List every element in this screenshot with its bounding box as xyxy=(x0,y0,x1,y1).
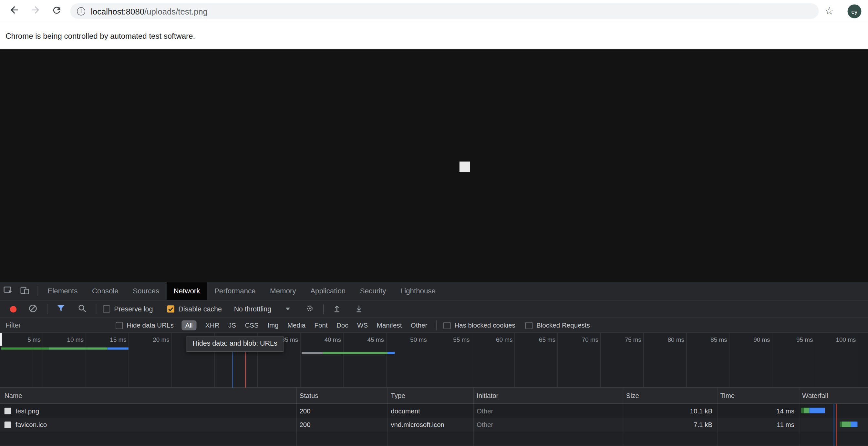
request-name: favicon.ico xyxy=(16,421,47,428)
page-info-icon[interactable]: i xyxy=(77,7,85,15)
network-conditions-button[interactable] xyxy=(301,302,318,316)
record-network-log-button[interactable] xyxy=(10,306,17,312)
profile-avatar[interactable]: cy xyxy=(848,4,862,19)
type-filter-doc[interactable]: Doc xyxy=(337,321,348,329)
devtools-tabbar: Elements Console Sources Network Perform… xyxy=(0,282,868,300)
type-filter-css[interactable]: CSS xyxy=(245,321,258,329)
column-header-waterfall[interactable]: Waterfall xyxy=(799,388,868,404)
blocked-requests-label[interactable]: Blocked Requests xyxy=(536,321,590,329)
divider xyxy=(48,304,48,314)
divider xyxy=(436,320,437,330)
column-header-time[interactable]: Time xyxy=(717,392,799,400)
waterfall-bar-connecting xyxy=(801,408,804,413)
column-separator[interactable] xyxy=(799,388,800,446)
arrow-forward-icon xyxy=(30,4,41,18)
screen: i localhost:8080/uploads/test.png ☆ cy C… xyxy=(0,0,868,446)
column-header-name[interactable]: Name xyxy=(0,392,296,400)
type-filter-xhr[interactable]: XHR xyxy=(206,321,219,329)
preserve-log-label[interactable]: Preserve log xyxy=(114,305,153,313)
type-filter-media[interactable]: Media xyxy=(287,321,306,329)
tab-performance[interactable]: Performance xyxy=(207,282,263,300)
search-button[interactable] xyxy=(73,302,90,316)
divider xyxy=(96,304,97,314)
timeline-tick-label: 50 ms xyxy=(388,336,427,343)
device-toolbar-icon xyxy=(20,285,30,297)
overview-bar-request1-connecting xyxy=(1,348,49,350)
search-icon xyxy=(77,304,87,314)
tab-memory[interactable]: Memory xyxy=(263,282,303,300)
address-bar[interactable]: i localhost:8080/uploads/test.png xyxy=(70,3,819,19)
preserve-log-checkbox[interactable] xyxy=(103,305,110,312)
throttling-select[interactable]: No throttling xyxy=(234,305,272,313)
inspect-element-button[interactable] xyxy=(0,284,17,298)
forward-button[interactable] xyxy=(29,4,42,18)
tab-network[interactable]: Network xyxy=(166,282,207,300)
timeline-tick-label: 75 ms xyxy=(602,336,641,343)
clear-network-log-button[interactable] xyxy=(24,302,41,316)
overview-bar-request2-waiting xyxy=(322,352,388,354)
back-button[interactable] xyxy=(8,4,21,18)
overview-bar-request1-download xyxy=(107,348,128,350)
network-toolbar: Preserve log Disable cache No throttling xyxy=(0,300,868,318)
disable-cache-checkbox[interactable] xyxy=(167,305,175,312)
request-initiator: Other xyxy=(473,421,623,428)
request-type: vnd.microsoft.icon xyxy=(388,421,473,428)
type-filter-all[interactable]: All xyxy=(182,320,197,330)
filter-toggle-button[interactable] xyxy=(53,302,69,316)
hide-data-urls-label[interactable]: Hide data URLs xyxy=(127,321,174,329)
type-filter-manifest[interactable]: Manifest xyxy=(377,321,402,329)
timeline-tick-label: 60 ms xyxy=(474,336,513,343)
table-row[interactable]: favicon.ico 200 vnd.microsoft.icon Other… xyxy=(0,418,868,432)
column-separator[interactable] xyxy=(388,388,388,446)
tab-lighthouse[interactable]: Lighthouse xyxy=(393,282,443,300)
rendered-image xyxy=(460,162,470,172)
device-toolbar-button[interactable] xyxy=(17,284,33,298)
tab-sources[interactable]: Sources xyxy=(126,282,166,300)
tab-application[interactable]: Application xyxy=(303,282,353,300)
bookmark-star-icon[interactable]: ☆ xyxy=(823,4,836,19)
timeline-tick-label: 80 ms xyxy=(646,336,684,343)
column-separator[interactable] xyxy=(717,388,717,446)
reload-button[interactable] xyxy=(50,4,63,18)
filter-input[interactable] xyxy=(4,321,107,329)
type-filter-ws[interactable]: WS xyxy=(357,321,368,329)
column-header-size[interactable]: Size xyxy=(623,392,717,400)
tab-console[interactable]: Console xyxy=(85,282,126,300)
throttling-dropdown-arrow-icon[interactable] xyxy=(286,308,290,311)
timeline-tick-label: 65 ms xyxy=(517,336,555,343)
hide-data-urls-tooltip: Hides data: and blob: URLs xyxy=(187,336,283,352)
column-separator[interactable] xyxy=(623,388,624,446)
column-header-initiator[interactable]: Initiator xyxy=(473,392,623,400)
request-size: 7.1 kB xyxy=(623,421,717,428)
has-blocked-cookies-label[interactable]: Has blocked cookies xyxy=(454,321,516,329)
waterfall-bar-download xyxy=(809,408,825,413)
disable-cache-label[interactable]: Disable cache xyxy=(178,305,222,313)
timeline-tick-label: 15 ms xyxy=(88,336,127,343)
column-header-status[interactable]: Status xyxy=(296,392,388,400)
type-filter-js[interactable]: JS xyxy=(228,321,236,329)
download-icon xyxy=(354,304,363,314)
export-har-button[interactable] xyxy=(350,302,367,316)
import-har-button[interactable] xyxy=(329,302,345,316)
blocked-requests-checkbox[interactable] xyxy=(525,322,532,329)
request-initiator: Other xyxy=(473,407,623,415)
upload-icon xyxy=(332,304,341,314)
overview-bar-request2-stalled xyxy=(302,352,322,354)
automation-infobar: Chrome is being controlled by automated … xyxy=(0,23,868,49)
column-separator[interactable] xyxy=(296,388,297,446)
request-size: 10.1 kB xyxy=(623,407,717,415)
hide-data-urls-checkbox[interactable] xyxy=(116,322,123,329)
tab-elements[interactable]: Elements xyxy=(40,282,85,300)
has-blocked-cookies-checkbox[interactable] xyxy=(443,322,451,329)
column-separator[interactable] xyxy=(473,388,474,446)
request-type: document xyxy=(388,407,473,415)
column-header-type[interactable]: Type xyxy=(388,392,473,400)
request-time: 11 ms xyxy=(717,421,799,428)
infobar-text: Chrome is being controlled by automated … xyxy=(5,31,195,40)
type-filter-img[interactable]: Img xyxy=(268,321,278,329)
tab-security[interactable]: Security xyxy=(352,282,393,300)
network-overview-timeline[interactable]: 5 ms 10 ms 15 ms 20 ms 25 ms 30 ms 35 ms… xyxy=(0,333,868,388)
table-row[interactable]: test.png 200 document Other 10.1 kB 14 m… xyxy=(0,404,868,418)
type-filter-font[interactable]: Font xyxy=(314,321,328,329)
type-filter-other[interactable]: Other xyxy=(411,321,427,329)
